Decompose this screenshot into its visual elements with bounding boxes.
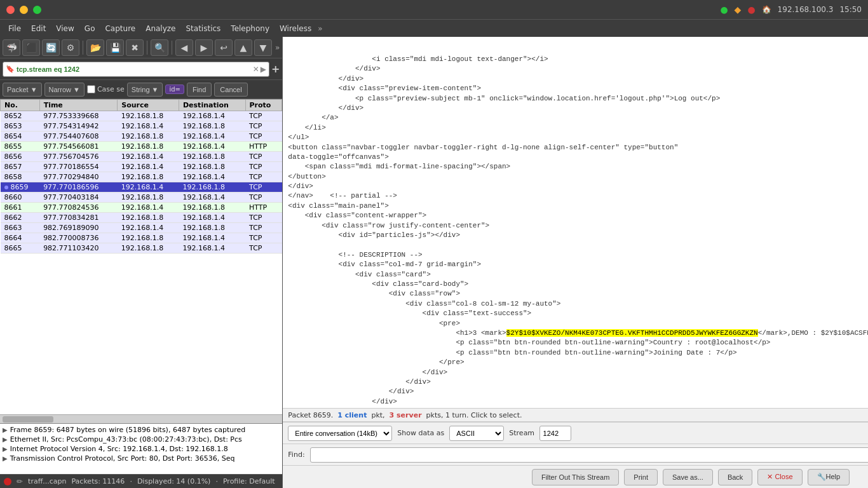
table-row[interactable]: 8665982.771103420192.168.1.8192.168.1.4T… bbox=[1, 243, 282, 254]
menu-wireless[interactable]: Wireless bbox=[275, 22, 316, 35]
capture-options-btn[interactable]: ⚙ bbox=[62, 39, 79, 56]
status-packets: Packets: 11146 bbox=[71, 477, 125, 485]
save-as-button[interactable]: Save as... bbox=[663, 469, 713, 485]
back-history-btn[interactable]: ↩ bbox=[215, 39, 233, 56]
menu-telephony[interactable]: Telephony bbox=[226, 22, 275, 35]
find-input[interactable] bbox=[310, 447, 868, 463]
table-row[interactable]: 8661977.770824536192.168.1.4192.168.1.8H… bbox=[1, 203, 282, 213]
narrow-dropdown[interactable]: Narrow ▼ bbox=[44, 83, 85, 97]
table-row[interactable]: 8660977.770403184192.168.1.8192.168.1.4T… bbox=[1, 193, 282, 203]
cancel-button[interactable]: Cancel bbox=[214, 83, 247, 97]
col-proto: Proto bbox=[245, 100, 282, 111]
print-button[interactable]: Print bbox=[624, 469, 658, 485]
packet-table-wrap[interactable]: No. Time Source Destination Proto 865297… bbox=[0, 99, 282, 414]
menu-edit[interactable]: Edit bbox=[26, 22, 51, 35]
stream-line: <div class="col-md-7 grid-margin"> bbox=[288, 260, 868, 269]
help-button[interactable]: 🔧Help bbox=[808, 469, 850, 485]
menubar: File Edit View Go Capture Analyze Statis… bbox=[0, 19, 868, 37]
start-capture-btn[interactable]: 🦈 bbox=[3, 39, 20, 56]
open-file-btn[interactable]: 📂 bbox=[86, 39, 104, 56]
find-button[interactable]: Find bbox=[187, 83, 212, 97]
hscroll-bar[interactable] bbox=[0, 414, 282, 423]
toolbar-more[interactable]: » bbox=[275, 43, 280, 52]
minimize-dot[interactable] bbox=[20, 6, 28, 14]
stream-line: <div class="text-success"> bbox=[288, 309, 868, 318]
stream-line: <div class="preview-item-content"> bbox=[288, 84, 868, 93]
stream-line: </div> bbox=[288, 397, 868, 407]
stream-line: </div> bbox=[288, 182, 868, 191]
action-bar: Filter Out This Stream Print Save as... … bbox=[283, 465, 868, 488]
filter-add-btn[interactable]: + bbox=[271, 63, 280, 75]
stream-line: <h1>3 <mark>$2Y$10$XVKEZO/NKM4KE073CPTEG… bbox=[288, 329, 868, 338]
menu-file[interactable]: File bbox=[3, 22, 26, 35]
prev-packet-btn[interactable]: ◀ bbox=[175, 39, 193, 56]
menu-view[interactable]: View bbox=[51, 22, 79, 35]
stream-line: <pre> bbox=[288, 319, 868, 329]
stream-line: <div class="main-panel"> bbox=[288, 201, 868, 211]
next-packet-btn[interactable]: ▶ bbox=[195, 39, 213, 56]
detail-item[interactable]: ▶Frame 8659: 6487 bytes on wire (51896 b… bbox=[3, 425, 280, 435]
close-button[interactable]: ✕ Close bbox=[757, 469, 802, 485]
table-row[interactable]: 8652977.753339668192.168.1.8192.168.1.4T… bbox=[1, 111, 282, 121]
table-row[interactable]: 8664982.770008736192.168.1.8192.168.1.4T… bbox=[1, 233, 282, 243]
case-sensitive-label: Case se bbox=[97, 85, 125, 93]
filter-apply-btn[interactable]: ▶ bbox=[261, 65, 266, 74]
packet-no: 8665 bbox=[1, 243, 40, 254]
detail-item[interactable]: ▶Ethernet II, Src: PcsCompu_43:73:bc (08… bbox=[3, 435, 280, 444]
packet-no: 8660 bbox=[1, 193, 40, 203]
table-row[interactable]: 8658977.770294840192.168.1.8192.168.1.4T… bbox=[1, 172, 282, 182]
detail-text: Transmission Control Protocol, Src Port:… bbox=[10, 454, 235, 463]
down-btn[interactable]: ▼ bbox=[254, 39, 272, 56]
menu-analyze[interactable]: Analyze bbox=[140, 22, 180, 35]
table-row[interactable]: 8655977.754566081192.168.1.8192.168.1.4H… bbox=[1, 142, 282, 152]
stream-line: <div class="col-8 col-sm-12 my-auto"> bbox=[288, 299, 868, 309]
stream-status: Packet 8659. 1 client pkt, 3 server pkts… bbox=[283, 408, 868, 422]
stream-line: </div> bbox=[288, 104, 868, 113]
close-file-btn[interactable]: ✖ bbox=[126, 39, 144, 56]
filter-bookmark-icon: 🔖 bbox=[6, 65, 15, 73]
packet-type-bar: Packet ▼ Narrow ▼ Case se String ▼ id= F… bbox=[0, 80, 282, 99]
filter-input[interactable] bbox=[17, 65, 252, 73]
table-row[interactable]: 8659977.770186596192.168.1.4192.168.1.8T… bbox=[1, 182, 282, 193]
table-row[interactable]: 8653977.754314942192.168.1.4192.168.1.8T… bbox=[1, 121, 282, 132]
menu-more[interactable]: » bbox=[318, 24, 322, 33]
stream-line: </pre> bbox=[288, 358, 868, 367]
close-dot[interactable] bbox=[6, 6, 15, 14]
detail-item[interactable]: ▶Transmission Control Protocol, Src Port… bbox=[3, 454, 280, 463]
conversation-dropdown[interactable]: Entire conversation (14kB) Client only S… bbox=[288, 426, 392, 441]
case-sensitive-checkbox[interactable] bbox=[87, 85, 95, 93]
packet-table: No. Time Source Destination Proto 865297… bbox=[0, 99, 282, 254]
filter-out-stream-button[interactable]: Filter Out This Stream bbox=[532, 469, 619, 485]
menu-go[interactable]: Go bbox=[79, 22, 100, 35]
stop-capture-btn[interactable]: ⬛ bbox=[22, 39, 40, 56]
detail-item[interactable]: ▶Internet Protocol Version 4, Src: 192.1… bbox=[3, 444, 280, 454]
packet-no: 8657 bbox=[1, 162, 40, 172]
filter-clear-btn[interactable]: ✕ bbox=[253, 65, 259, 74]
save-file-btn[interactable]: 💾 bbox=[106, 39, 124, 56]
menu-capture[interactable]: Capture bbox=[100, 22, 140, 35]
table-row[interactable]: 8663982.769189090192.168.1.4192.168.1.8T… bbox=[1, 223, 282, 233]
stream-number-input[interactable] bbox=[539, 426, 571, 441]
restart-capture-btn[interactable]: 🔄 bbox=[42, 39, 60, 56]
find-packet-btn[interactable]: 🔍 bbox=[151, 39, 168, 56]
menu-statistics[interactable]: Statistics bbox=[180, 22, 226, 35]
data-format-dropdown[interactable]: ASCII Hex Dump EBCDIC Hex bbox=[449, 426, 504, 441]
stream-content[interactable]: <i class="mdi mdi-logout text-danger"></… bbox=[283, 37, 868, 408]
table-row[interactable]: 8654977.754407608192.168.1.8192.168.1.4T… bbox=[1, 132, 282, 142]
packet-type-dropdown[interactable]: Packet ▼ bbox=[3, 83, 42, 97]
back-button[interactable]: Back bbox=[718, 469, 752, 485]
stream-line: <div class="row justify-content-center"> bbox=[288, 221, 868, 231]
main-container: 🦈 ⬛ 🔄 ⚙ 📂 💾 ✖ 🔍 ◀ ▶ ↩ ▲ ▼ » 🔖 ✕ ▶ bbox=[0, 37, 868, 488]
packet-id-badge: id= bbox=[165, 85, 184, 94]
table-row[interactable]: 8662977.770834281192.168.1.8192.168.1.4T… bbox=[1, 213, 282, 223]
table-row[interactable]: 8657977.770186554192.168.1.4192.168.1.8T… bbox=[1, 162, 282, 172]
up-btn[interactable]: ▲ bbox=[234, 39, 252, 56]
maximize-dot[interactable] bbox=[33, 6, 41, 14]
packet-no: 8656 bbox=[1, 152, 40, 162]
case-sensitive-checkbox-label[interactable]: Case se bbox=[87, 85, 125, 93]
packet-no: 8661 bbox=[1, 203, 40, 213]
string-dropdown[interactable]: String ▼ bbox=[127, 83, 163, 97]
table-row[interactable]: 8656977.756704576192.168.1.4192.168.1.8T… bbox=[1, 152, 282, 162]
col-dest: Destination bbox=[179, 100, 245, 111]
home-icon: 🏠 bbox=[762, 5, 771, 14]
